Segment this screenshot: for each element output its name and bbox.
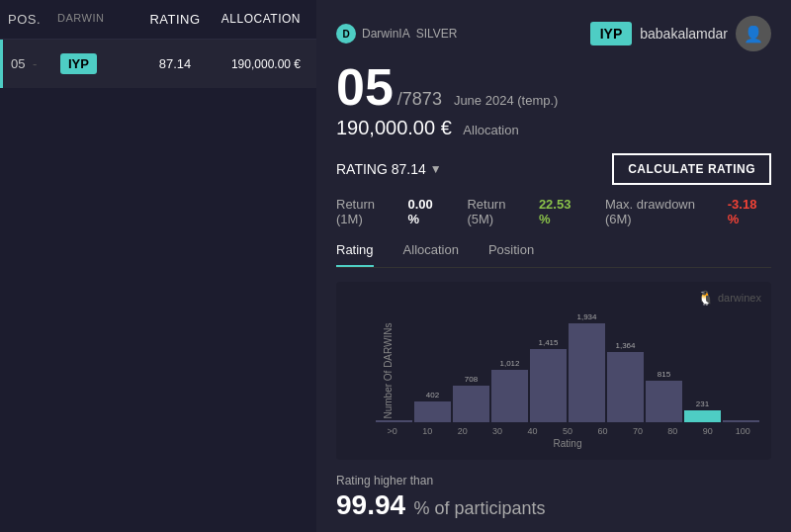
bar-value-label: 1,012	[499, 359, 519, 368]
bar-value-label: 1,415	[538, 338, 558, 347]
rank-total: /7873	[397, 89, 442, 110]
metric-label-dd: Max. drawdown (6M)	[605, 197, 724, 226]
x-axis: >0102030405060708090100	[376, 426, 759, 436]
allocation-label: Allocation	[463, 123, 518, 137]
darwinex-watermark: 🐧 darwinex	[697, 290, 761, 306]
right-panel: D DarwinIA SILVER IYP babakalamdar 👤 05 …	[316, 0, 791, 532]
chart-bars: 4027081,0121,4151,9341,364815231	[376, 294, 759, 422]
row-darwin: IYP	[60, 53, 140, 74]
rank-number: 05	[336, 61, 394, 113]
bar-group: 1,415	[530, 338, 567, 422]
x-axis-label: 70	[621, 426, 654, 436]
brand-header: D DarwinIA SILVER IYP babakalamdar 👤	[336, 16, 771, 51]
table-row[interactable]: 05 - IYP 87.14 190,000.00 €	[0, 40, 316, 88]
x-axis-label: 60	[586, 426, 619, 436]
tab-position[interactable]: Position	[488, 242, 534, 267]
x-axis-label: 80	[657, 426, 689, 436]
metric-drawdown: Max. drawdown (6M) -3.18 %	[605, 197, 771, 226]
left-panel: POS. DARWIN RATING ALLOCATION 05 - IYP 8…	[0, 0, 316, 532]
metrics-row: Return (1M) 0.00 % Return (5M) 22.53 % M…	[336, 197, 771, 226]
bar	[453, 386, 489, 422]
x-axis-label: 10	[410, 426, 443, 436]
header-pos: POS.	[8, 12, 57, 27]
x-axis-label: 90	[691, 426, 724, 436]
x-axis-label: >0	[376, 426, 408, 436]
bar-value-label: 815	[658, 370, 670, 379]
pos-separator: -	[33, 56, 37, 71]
username-text: babakalamdar	[640, 26, 728, 42]
arrow-icon: ▼	[430, 162, 442, 176]
row-pos: 05 -	[11, 56, 60, 71]
brand-logo: D DarwinIA SILVER	[336, 24, 457, 44]
y-axis-label: Number Of DARWINs	[383, 322, 394, 418]
allocation-value: 190,000.00 €	[336, 117, 452, 138]
stats-bar: RATING 87.14 ▼ CALCULATE RATING	[336, 153, 771, 185]
header-rating: RATING	[140, 12, 210, 27]
logo-icon: D	[336, 24, 356, 44]
tab-allocation[interactable]: Allocation	[403, 242, 459, 267]
bar-group: 1,364	[607, 341, 644, 422]
bar	[491, 370, 528, 422]
metric-value-5m: 22.53 %	[539, 197, 585, 226]
bar-group: 708	[453, 375, 489, 422]
bar-group	[723, 418, 759, 422]
rank-section: 05 /7873 June 2024 (temp.)	[336, 61, 771, 113]
bar-value-label: 708	[465, 375, 478, 384]
metric-label-1m: Return (1M)	[336, 197, 403, 226]
percentile-row: 99.94 % of participants	[336, 489, 771, 521]
darwin-badge: IYP	[60, 53, 97, 74]
percentile-suffix: % of participants	[414, 498, 546, 518]
metric-label-5m: Return (5M)	[467, 197, 534, 226]
bar-group	[376, 418, 412, 422]
bar	[684, 410, 721, 422]
metric-value-1m: 0.00 %	[407, 197, 447, 226]
rank-date: June 2024 (temp.)	[454, 93, 559, 108]
bar	[530, 349, 567, 422]
bar	[646, 381, 682, 422]
bar-group: 815	[646, 370, 682, 422]
rating-label: RATING 87.14 ▼	[336, 161, 442, 177]
x-axis-label: 20	[446, 426, 479, 436]
bar-group: 402	[414, 391, 451, 422]
x-axis-label: 50	[551, 426, 583, 436]
bar-value-label: 231	[696, 399, 709, 408]
user-darwin-badge: IYP	[590, 22, 633, 45]
x-axis-label: 100	[727, 426, 759, 436]
metric-return-5m: Return (5M) 22.53 %	[467, 197, 585, 226]
tier-badge: SILVER	[416, 27, 458, 41]
header-darwin: DARWIN	[57, 12, 140, 27]
bar	[376, 420, 412, 422]
bar	[414, 401, 451, 422]
pos-number: 05	[11, 56, 25, 71]
chart-area: 🐧 darwinex Number Of DARWINs 4027081,012…	[336, 282, 771, 460]
rating-higher-label: Rating higher than	[336, 474, 771, 488]
allocation-row: 190,000.00 € Allocation	[336, 117, 771, 139]
header-allocation: ALLOCATION	[210, 12, 308, 27]
bar-group: 1,934	[569, 312, 605, 422]
x-axis-label: 40	[516, 426, 549, 436]
bar-group: 231	[684, 399, 721, 422]
bar-value-label: 402	[426, 391, 439, 399]
row-rating: 87.14	[140, 56, 210, 71]
calculate-rating-button[interactable]: CALCULATE RATING	[612, 153, 771, 185]
row-allocation: 190,000.00 €	[210, 57, 308, 71]
bottom-section: Rating higher than 99.94 % of participan…	[336, 474, 771, 521]
tab-rating[interactable]: Rating	[336, 242, 374, 267]
user-info: IYP babakalamdar 👤	[590, 16, 771, 51]
bar-value-label: 1,364	[615, 341, 635, 350]
x-axis-label: 30	[481, 426, 513, 436]
table-header: POS. DARWIN RATING ALLOCATION	[0, 0, 316, 40]
metric-return-1m: Return (1M) 0.00 %	[336, 197, 447, 226]
bar-value-label: 1,934	[576, 312, 596, 321]
bar	[607, 352, 644, 422]
x-axis-title: Rating	[376, 438, 759, 449]
rating-text: RATING 87.14	[336, 161, 426, 177]
avatar: 👤	[736, 16, 771, 51]
rank-main: 05 /7873 June 2024 (temp.)	[336, 61, 771, 113]
watermark-text: darwinex	[718, 292, 761, 304]
bar	[723, 420, 759, 422]
percentile-value: 99.94	[336, 489, 405, 520]
brand-name: DarwinIA	[362, 27, 410, 41]
tabs-bar: Rating Allocation Position	[336, 242, 771, 268]
metric-value-dd: -3.18 %	[728, 197, 771, 226]
